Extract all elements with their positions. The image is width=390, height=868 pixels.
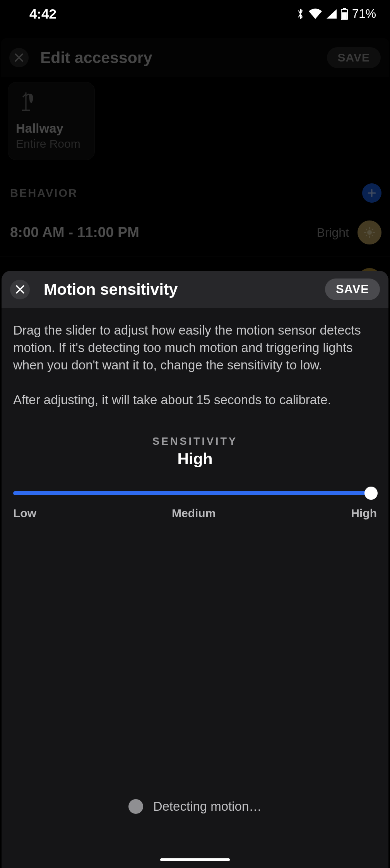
svg-rect-1 [343,8,346,9]
svg-line-13 [372,235,373,236]
coat-rack-icon [16,90,87,113]
description-paragraph: Drag the slider to adjust how easily the… [13,321,377,374]
close-icon [14,53,24,63]
status-time: 4:42 [29,6,56,22]
svg-line-14 [372,229,373,230]
plus-icon [367,188,377,198]
modal-header: Motion sensitivity SAVE [2,271,388,308]
bluetooth-icon [296,7,305,21]
svg-line-15 [366,235,367,236]
room-name: Hallway [16,121,87,136]
slider-tick-low: Low [13,507,36,520]
wifi-icon [308,8,323,20]
sensitivity-slider[interactable]: Low Medium High [13,487,377,520]
description-paragraph: After adjusting, it will take about 15 s… [13,391,377,408]
behavior-mode-label: Bright [316,226,349,240]
brightness-icon [358,220,381,244]
slider-track [13,491,377,495]
battery-icon [340,8,348,20]
save-button[interactable]: SAVE [327,47,381,68]
behavior-section-label: BEHAVIOR [10,187,78,200]
detecting-status: Detecting motion… [2,799,388,814]
slider-tick-medium: Medium [172,507,216,520]
svg-point-7 [367,230,372,235]
behavior-row[interactable]: 8:00 AM - 11:00 PM Bright [0,209,390,256]
room-subtitle: Entire Room [16,137,87,150]
save-button[interactable]: SAVE [325,279,380,300]
status-indicator-icon [128,799,143,814]
sensitivity-heading: SENSITIVITY [13,436,377,448]
detecting-label: Detecting motion… [153,799,262,814]
close-button[interactable] [10,280,30,299]
behavior-header: BEHAVIOR [0,183,390,203]
battery-percent: 71% [352,7,376,21]
modal-description: Drag the slider to adjust how easily the… [13,321,377,408]
add-behavior-button[interactable] [362,183,381,203]
slider-tick-labels: Low Medium High [13,507,377,520]
home-indicator[interactable] [160,858,230,861]
close-button[interactable] [9,48,29,67]
modal-title: Motion sensitivity [44,280,311,299]
slider-thumb[interactable] [364,487,378,500]
sensitivity-value: High [13,450,377,468]
cellular-icon [326,9,337,19]
svg-rect-2 [342,12,347,19]
status-icons: 71% [296,7,376,21]
behavior-time-range: 8:00 AM - 11:00 PM [10,224,139,241]
svg-line-12 [366,229,367,230]
bg-header: Edit accessory SAVE [1,38,389,77]
room-card[interactable]: Hallway Entire Room [8,82,95,160]
page-title: Edit accessory [40,49,315,67]
status-bar: 4:42 71% [0,0,390,27]
close-icon [15,284,25,294]
slider-tick-high: High [351,507,377,520]
motion-sensitivity-sheet: Motion sensitivity SAVE Drag the slider … [2,271,388,868]
